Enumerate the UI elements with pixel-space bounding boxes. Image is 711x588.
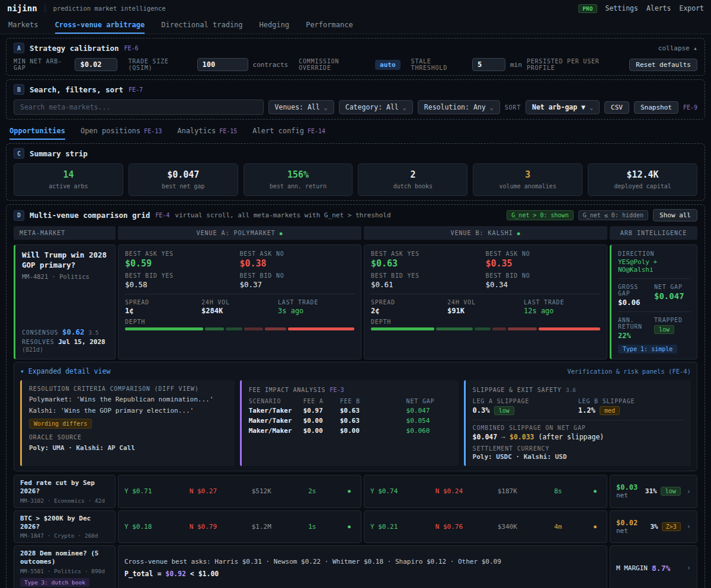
collapse-toggle[interactable]: collapse ▴ <box>658 44 697 52</box>
arb-intelligence-cell[interactable]: $0.03 net 31% low › <box>610 475 697 508</box>
fe-tag: FE-7 <box>129 86 143 93</box>
tab-alert-config[interactable]: Alert config FE-14 <box>252 127 325 140</box>
market-title: Fed rate cut by Sep 2026? <box>20 479 109 496</box>
bid-no-price: $0.37 <box>240 280 355 289</box>
summary-label: best ann. return <box>246 183 350 189</box>
expanded-detail-view: ▾ Expanded detail view Verification & ri… <box>14 362 697 471</box>
pro-badge: PRO <box>578 4 597 13</box>
consensus-tag: 3.5 <box>88 329 98 336</box>
commission-label: COMMISSION OVERRIDE <box>299 58 370 71</box>
summary-label: active arbs <box>17 183 120 189</box>
summary-card-dutch-books: 2 dutch books <box>358 163 467 196</box>
stale-suffix: min <box>510 61 522 69</box>
venues-dropdown[interactable]: Venues: All ⌄ <box>268 100 334 114</box>
summary-card-active-arbs: 14 active arbs <box>14 163 123 196</box>
category-dropdown[interactable]: Category: All ⌄ <box>339 100 413 114</box>
consensus-price: $0.62 <box>62 327 85 336</box>
volume: $187K <box>498 487 554 495</box>
trade-size-input[interactable] <box>197 58 248 71</box>
last-trade-value: 3s ago <box>278 307 354 315</box>
tab-opportunities[interactable]: Opportunities <box>9 127 65 140</box>
venues-dropdown-value: Venues: All <box>275 103 320 111</box>
top-bar: nijinn | prediction market intelligence … <box>0 0 711 17</box>
yes-price: Y $0.71 <box>124 487 190 495</box>
gross-gap-label: GROSS GAP <box>618 284 654 297</box>
chevron-right-icon: › <box>687 487 691 496</box>
venue-b-cell[interactable]: Y $0.21 N $0.76 $340K 4m ● <box>364 510 607 544</box>
tab-analytics[interactable]: Analytics FE-15 <box>177 127 237 140</box>
alerts-link[interactable]: Alerts <box>646 4 671 12</box>
section-c-title: Summary strip <box>30 149 88 158</box>
venue-a-cell[interactable]: Y $0.18 N $0.79 $1.2M 1s ● <box>118 510 361 544</box>
reset-defaults-button[interactable]: Reset defaults <box>629 59 697 71</box>
ask-yes-price: $0.59 <box>125 258 240 269</box>
vol-value: $91K <box>447 307 524 315</box>
csv-export-button[interactable]: CSV <box>604 101 629 114</box>
gross-gap-value: $0.06 <box>618 298 654 307</box>
yes-price: Y $0.21 <box>370 523 435 531</box>
chevron-right-icon: › <box>687 522 691 531</box>
brand-logo: nijinn <box>7 4 37 13</box>
direction-label: DIRECTION <box>618 250 690 257</box>
chevron-down-icon: ⌄ <box>324 104 328 111</box>
export-link[interactable]: Export <box>679 4 704 12</box>
net-gap-before: $0.047 <box>473 433 498 441</box>
nav-tab-cross-venue-arbitrage[interactable]: Cross-venue arbitrage <box>55 17 145 34</box>
commission-auto-chip[interactable]: auto <box>375 60 401 70</box>
tab-open-positions[interactable]: Open positions FE-13 <box>81 127 162 140</box>
fee-scenario: Maker/Maker <box>249 427 303 435</box>
market-id: MM-3102 · Economics · 42d <box>20 497 109 504</box>
sort-dropdown[interactable]: Net arb-gap ▼ ⌄ <box>526 100 600 114</box>
arb-intelligence-cell[interactable]: $0.02 net 3% Z>3 › <box>610 510 697 544</box>
fee-header: FEE A <box>303 398 340 404</box>
persisted-note: PERSISTED PER USER PROFILE <box>527 58 624 71</box>
dutch-book-detail-cell[interactable]: Cross-venue best asks: Harris $0.31 · Ne… <box>118 545 607 588</box>
venue-b-header-label: VENUE B: KALSHI <box>450 230 513 236</box>
combined-slippage-label: COMBINED SLIPPAGE ON NET GAP <box>473 425 684 431</box>
nav-tab-performance[interactable]: Performance <box>306 17 353 34</box>
detail-collapse-toggle[interactable]: ▾ Expanded detail view <box>20 367 110 375</box>
venue-a-header-label: VENUE A: POLYMARKET <box>196 230 275 236</box>
sort-dropdown-value: Net arb-gap ▼ <box>532 103 585 111</box>
settings-link[interactable]: Settings <box>606 4 638 12</box>
show-all-button[interactable]: Show all <box>653 209 697 221</box>
market-cell[interactable]: 2028 Dem nominee? (5 outcomes) MM-5501 ·… <box>14 545 116 588</box>
min-gap-input[interactable] <box>75 58 117 71</box>
sub-tab-bar: Opportunities Open positions FE-13 Analy… <box>0 123 711 140</box>
search-input[interactable] <box>14 99 264 115</box>
venue-a-cell[interactable]: BEST ASK YES $0.59 BEST ASK NO $0.38 BES… <box>118 245 361 359</box>
summary-label: deployed capital <box>591 183 694 189</box>
freshness-dot: ● <box>594 489 601 494</box>
nav-tab-directional-trading[interactable]: Directional trading <box>161 17 242 34</box>
last-trade-age: 8s <box>554 487 594 495</box>
fee-scenario: Maker/Taker <box>249 417 303 425</box>
venue-b-cell[interactable]: BEST ASK YES $0.63 BEST ASK NO $0.35 BES… <box>364 245 607 359</box>
arb-intelligence-cell[interactable]: M MARGIN 8.7% › <box>610 545 697 588</box>
market-cell[interactable]: BTC > $200K by Dec 2026? MM-1847 · Crypt… <box>14 510 116 544</box>
fe-tag: FE-3 <box>330 387 344 393</box>
snapshot-button[interactable]: Snapshot <box>634 101 678 114</box>
market-cell[interactable]: Fed rate cut by Sep 2026? MM-3102 · Econ… <box>14 475 116 508</box>
summary-card-best-net-gap: $0.047 best net gap <box>129 163 238 196</box>
bid-no-label: BEST BID NO <box>486 272 601 279</box>
venue-a-online-dot: ● <box>280 231 283 236</box>
resolution-dropdown[interactable]: Resolution: Any ⌄ <box>418 100 500 114</box>
market-cell[interactable]: Will Trump win 2028 GOP primary? MM-4821… <box>14 245 116 359</box>
vol-label: 24H VOL <box>447 299 524 306</box>
leg-b-risk-badge: med <box>600 406 620 415</box>
arb-intelligence-cell[interactable]: DIRECTION YES@Poly + NO@Kalshi GROSS GAP… <box>610 245 697 359</box>
stale-input[interactable] <box>472 58 505 71</box>
vol-value: $284K <box>201 307 278 315</box>
sort-label: SORT <box>505 104 521 111</box>
section-b-title: Search, filters, sort <box>30 85 123 94</box>
bid-yes-price: $0.61 <box>371 280 486 289</box>
nav-tab-markets[interactable]: Markets <box>8 17 39 34</box>
column-header-venue-b: VENUE B: KALSHI ● <box>364 226 607 240</box>
nav-tab-hedging[interactable]: Hedging <box>260 17 290 34</box>
fe-tag: FE-9 <box>683 104 697 111</box>
venue-b-cell[interactable]: Y $0.74 N $0.24 $187K 8s ● <box>364 475 607 508</box>
section-strategy-calibration: A Strategy calibration FE-6 collapse ▴ M… <box>6 38 705 76</box>
venue-a-cell[interactable]: Y $0.71 N $0.27 $512K 2s ● <box>118 475 361 508</box>
leg-b-slippage-label: LEG B SLIPPAGE <box>578 398 684 404</box>
no-price: N $0.27 <box>190 487 252 495</box>
